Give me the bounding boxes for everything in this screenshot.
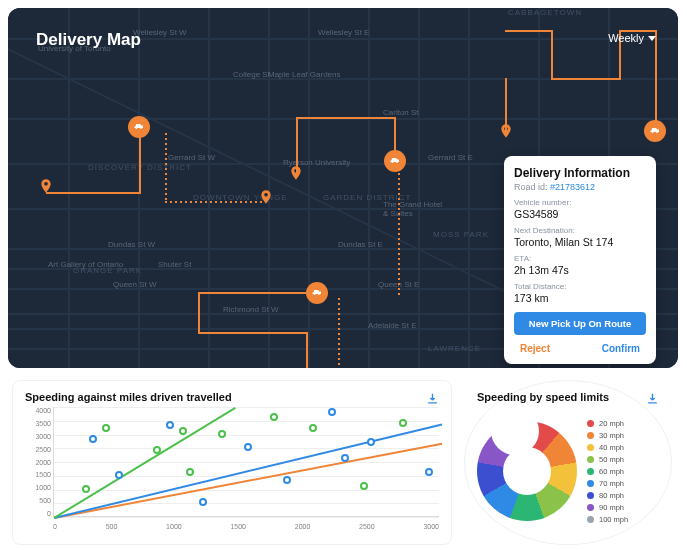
street-label: Wellesley St E — [318, 28, 369, 37]
scatter-plot: 40003500300025002000150010005000 0500100… — [25, 407, 439, 535]
legend-item: 30 mph — [587, 431, 628, 440]
legend-item: 60 mph — [587, 467, 628, 476]
legend-item: 50 mph — [587, 455, 628, 464]
timeframe-label: Weekly — [608, 32, 644, 44]
map-pin-icon[interactable] — [498, 121, 514, 141]
vehicle-marker-icon[interactable] — [128, 116, 150, 138]
area-label: MOSS PARK — [433, 230, 489, 239]
street-label: Adelaide St E — [368, 321, 416, 330]
area-label: LAWRENCE — [428, 344, 481, 353]
eta-label: ETA: — [514, 254, 646, 263]
street-label: Carlton St — [383, 108, 419, 117]
new-pickup-button[interactable]: New Pick Up On Route — [514, 312, 646, 335]
vehicle-value: GS34589 — [514, 208, 646, 220]
vehicle-marker-icon[interactable] — [644, 120, 666, 142]
delivery-map-card: Wellesley St W Wellesley St E College St… — [8, 8, 678, 368]
reject-button[interactable]: Reject — [514, 341, 556, 356]
road-id-row: Road id: #21783612 — [514, 182, 646, 192]
area-label: CABBAGETOWN — [508, 8, 582, 17]
donut-legend: 20 mph30 mph40 mph50 mph60 mph70 mph80 m… — [587, 419, 628, 524]
legend-item: 90 mph — [587, 503, 628, 512]
legend-item: 80 mph — [587, 491, 628, 500]
map-pin-icon[interactable] — [38, 176, 54, 196]
street-label: Wellesley St W — [133, 28, 187, 37]
delivery-info-panel: Delivery Information Road id: #21783612 … — [504, 156, 656, 364]
map-pin-icon[interactable] — [288, 163, 304, 183]
donut-title: Speeding by speed limits — [477, 391, 659, 403]
legend-item: 40 mph — [587, 443, 628, 452]
speeding-donut-card: Speeding by speed limits 20 mph30 mph40 … — [464, 380, 672, 545]
distance-value: 173 km — [514, 292, 646, 304]
legend-item: 70 mph — [587, 479, 628, 488]
legend-item: 100 mph — [587, 515, 628, 524]
destination-label: Next Destination: — [514, 226, 646, 235]
street-label: Gerrard St E — [428, 153, 473, 162]
poi-label: The Grand Hotel & Suites — [383, 200, 443, 218]
legend-item: 20 mph — [587, 419, 628, 428]
info-title: Delivery Information — [514, 166, 646, 180]
street-label: Gerrard St W — [168, 153, 215, 162]
donut-chart — [477, 421, 577, 521]
street-label: Dundas St W — [108, 240, 155, 249]
speeding-scatter-card: Speeding against miles driven travelled … — [12, 380, 452, 545]
street-label: College St — [233, 70, 270, 79]
poi-label: Maple Leaf Gardens — [268, 70, 341, 79]
confirm-button[interactable]: Confirm — [596, 341, 646, 356]
map-title: Delivery Map — [36, 30, 141, 50]
street-label: Richmond St W — [223, 305, 279, 314]
map-pin-icon[interactable] — [258, 187, 274, 207]
eta-value: 2h 13m 47s — [514, 264, 646, 276]
chevron-down-icon — [648, 36, 656, 41]
road-id-link[interactable]: #21783612 — [550, 182, 595, 192]
scatter-title: Speeding against miles driven travelled — [25, 391, 439, 403]
vehicle-marker-icon[interactable] — [384, 150, 406, 172]
road-id-label: Road id: — [514, 182, 548, 192]
vehicle-marker-icon[interactable] — [306, 282, 328, 304]
distance-label: Total Distance: — [514, 282, 646, 291]
poi-label: Art Gallery of Ontario — [48, 260, 123, 269]
street-label: Queen St W — [113, 280, 157, 289]
street-label: Shuter St — [158, 260, 191, 269]
timeframe-dropdown[interactable]: Weekly — [608, 32, 656, 44]
destination-value: Toronto, Milan St 174 — [514, 236, 646, 248]
street-label: Dundas St E — [338, 240, 383, 249]
vehicle-label: Vehicle number: — [514, 198, 646, 207]
